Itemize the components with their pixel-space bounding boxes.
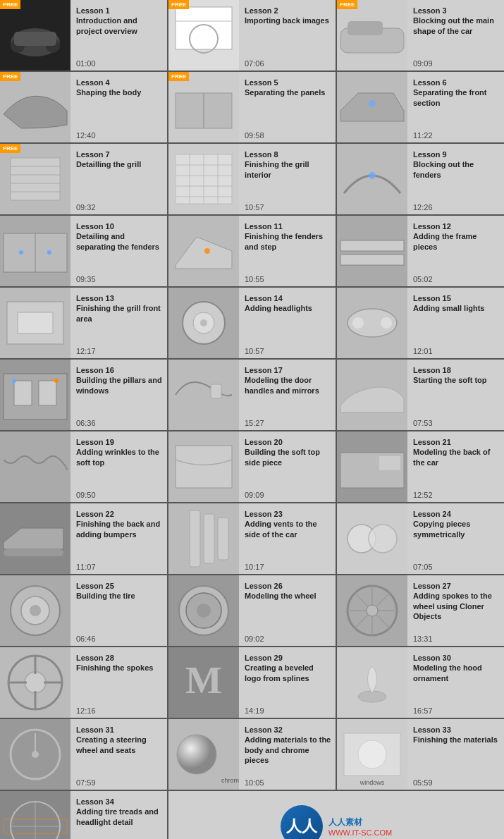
lesson-title-14: Lesson 14 Adding headlights xyxy=(245,293,331,314)
lesson-info: Lesson 29 Creating a beveled logo from s… xyxy=(239,647,336,718)
lesson-info: Lesson 34 Adding tire treads and headlig… xyxy=(70,791,167,839)
lesson-title-18: Lesson 18 Starting the soft top xyxy=(413,365,500,386)
lesson-info: Lesson 3 Blocking out the main shape of … xyxy=(407,0,504,71)
lesson-card-16[interactable]: Lesson 16 Building the pillars and windo… xyxy=(0,360,167,430)
svg-rect-59 xyxy=(39,381,56,405)
svg-point-41 xyxy=(204,248,210,254)
lesson-duration-4: 12:40 xyxy=(76,131,163,140)
lesson-card-31[interactable]: Lesson 31 Creating a steering wheel and … xyxy=(0,719,167,790)
lesson-card-14[interactable]: Lesson 14 Adding headlights10:57 xyxy=(168,288,336,358)
lesson-title-13: Lesson 13 Finishing the grill front area xyxy=(76,293,163,324)
lesson-card-22[interactable]: Lesson 22 Finishing the back and adding … xyxy=(0,503,167,574)
lesson-duration-6: 11:22 xyxy=(413,131,500,140)
lesson-title-31: Lesson 31 Creating a steering wheel and … xyxy=(76,725,163,755)
svg-rect-19 xyxy=(11,158,60,200)
lesson-info: Lesson 27 Adding spokes to the wheel usi… xyxy=(407,575,504,646)
lesson-card-3[interactable]: FREELesson 3 Blocking out the main shape… xyxy=(337,0,504,71)
svg-point-55 xyxy=(381,317,392,329)
lesson-duration-27: 13:31 xyxy=(413,635,500,643)
lesson-title-9: Lesson 9 Blocking out the fenders xyxy=(413,149,500,180)
lesson-card-19[interactable]: Lesson 19 Adding wrinkles to the soft to… xyxy=(0,431,167,502)
lesson-card-10[interactable]: Lesson 10 Detailing and separating the f… xyxy=(0,216,167,286)
lesson-card-33[interactable]: windowsLesson 33 Finishing the materials… xyxy=(337,719,504,790)
lesson-duration-21: 12:52 xyxy=(413,491,500,499)
lesson-thumb-3: FREE xyxy=(337,0,407,71)
svg-point-61 xyxy=(54,379,59,383)
free-badge: FREE xyxy=(337,0,357,9)
lesson-info: Lesson 14 Adding headlights10:57 xyxy=(239,288,336,358)
lesson-duration-20: 09:09 xyxy=(245,491,331,499)
svg-rect-76 xyxy=(218,518,228,560)
lesson-card-13[interactable]: Lesson 13 Finishing the grill front area… xyxy=(0,288,167,358)
lesson-card-23[interactable]: Lesson 23 Adding vents to the side of th… xyxy=(168,503,336,574)
svg-rect-58 xyxy=(14,381,32,405)
lesson-card-26[interactable]: Lesson 26 Modeling the wheel09:02 xyxy=(168,575,336,646)
lesson-title-28: Lesson 28 Finishing the spokes xyxy=(76,653,163,673)
lesson-card-4[interactable]: FREELesson 4 Shaping the body12:40 xyxy=(0,72,167,142)
svg-text:chrome: chrome xyxy=(221,777,239,784)
lesson-info: Lesson 21 Modeling the back of the car12… xyxy=(407,431,504,502)
lesson-title-11: Lesson 11 Finishing the fenders and step xyxy=(245,221,331,252)
free-badge: FREE xyxy=(0,0,20,9)
svg-rect-67 xyxy=(176,446,232,488)
lesson-card-21[interactable]: Lesson 21 Modeling the back of the car12… xyxy=(337,431,504,502)
lesson-thumb-31 xyxy=(0,719,70,790)
lesson-info: Lesson 23 Adding vents to the side of th… xyxy=(239,503,336,574)
lesson-card-28[interactable]: Lesson 28 Finishing the spokes12:16 xyxy=(0,647,167,718)
lesson-thumb-33: windows xyxy=(337,719,407,790)
lesson-info: Lesson 20 Building the soft top side pie… xyxy=(239,431,336,502)
lesson-thumb-2: FREE xyxy=(168,0,239,71)
lesson-card-12[interactable]: Lesson 12 Adding the frame pieces05:02 xyxy=(337,216,504,286)
lesson-card-6[interactable]: Lesson 6 Separating the front section11:… xyxy=(337,72,504,142)
lesson-card-20[interactable]: Lesson 20 Building the soft top side pie… xyxy=(168,431,336,502)
lesson-card-32[interactable]: chromeLesson 32 Adding materials to the … xyxy=(168,719,336,790)
lesson-duration-26: 09:02 xyxy=(245,635,331,643)
svg-rect-74 xyxy=(190,510,200,567)
lesson-duration-32: 10:05 xyxy=(245,778,331,787)
lesson-duration-25: 06:46 xyxy=(76,635,163,643)
lesson-thumb-21 xyxy=(337,431,407,502)
lesson-card-1[interactable]: FREELesson 1 Introduction and project ov… xyxy=(0,0,167,71)
lesson-info: Lesson 17 Modeling the door handles and … xyxy=(239,360,336,430)
lesson-thumb-10 xyxy=(0,216,70,286)
svg-rect-75 xyxy=(204,514,214,563)
svg-point-94 xyxy=(367,605,378,616)
lesson-card-34[interactable]: Lesson 34 Adding tire treads and headlig… xyxy=(0,791,167,839)
lesson-thumb-7: FREE xyxy=(0,144,70,214)
lesson-card-30[interactable]: Lesson 30 Modeling the hood ornament16:5… xyxy=(337,647,504,718)
lesson-info: Lesson 18 Starting the soft top07:53 xyxy=(407,360,504,430)
lesson-duration-23: 10:17 xyxy=(245,563,331,571)
lesson-card-11[interactable]: Lesson 11 Finishing the fenders and step… xyxy=(168,216,336,286)
lesson-info: Lesson 32 Adding materials to the body a… xyxy=(239,719,336,790)
lesson-card-8[interactable]: Lesson 8 Finishing the grill interior10:… xyxy=(168,144,336,214)
lesson-thumb-24 xyxy=(337,503,407,574)
watermark-icon-text: 人人 xyxy=(286,816,317,837)
lesson-duration-12: 05:02 xyxy=(413,275,500,283)
lesson-duration-3: 09:09 xyxy=(413,59,500,68)
lesson-card-25[interactable]: Lesson 25 Building the tire06:46 xyxy=(0,575,167,646)
lesson-thumb-8 xyxy=(168,144,239,214)
svg-point-38 xyxy=(19,250,23,255)
lesson-card-7[interactable]: FREELesson 7 Detailling the grill09:32 xyxy=(0,144,167,214)
lesson-title-29: Lesson 29 Creating a beveled logo from s… xyxy=(245,653,331,683)
lesson-card-29[interactable]: MLesson 29 Creating a beveled logo from … xyxy=(168,647,336,718)
lesson-duration-22: 11:07 xyxy=(76,563,163,571)
lesson-thumb-9 xyxy=(337,144,407,214)
lesson-info: Lesson 12 Adding the frame pieces05:02 xyxy=(407,216,504,286)
lesson-card-9[interactable]: Lesson 9 Blocking out the fenders12:26 xyxy=(337,144,504,214)
lesson-thumb-34 xyxy=(0,791,70,839)
svg-rect-43 xyxy=(340,240,404,251)
lesson-card-5[interactable]: FREELesson 5 Separating the panels09:58 xyxy=(168,72,336,142)
lesson-card-18[interactable]: Lesson 18 Starting the soft top07:53 xyxy=(337,360,504,430)
lesson-thumb-6 xyxy=(337,72,407,142)
svg-point-87 xyxy=(197,604,211,618)
lesson-thumb-12 xyxy=(337,216,407,286)
lesson-card-24[interactable]: Lesson 24 Copying pieces symmetrically07… xyxy=(337,503,504,574)
lesson-card-2[interactable]: FREELesson 2 Importing back images07:06 xyxy=(168,0,336,71)
lesson-card-15[interactable]: Lesson 15 Adding small lights12:01 xyxy=(337,288,504,358)
lesson-info: Lesson 16 Building the pillars and windo… xyxy=(70,360,167,430)
lesson-card-17[interactable]: Lesson 17 Modeling the door handles and … xyxy=(168,360,336,430)
svg-rect-47 xyxy=(18,312,53,333)
lesson-card-27[interactable]: Lesson 27 Adding spokes to the wheel usi… xyxy=(337,575,504,646)
free-badge: FREE xyxy=(0,72,20,81)
